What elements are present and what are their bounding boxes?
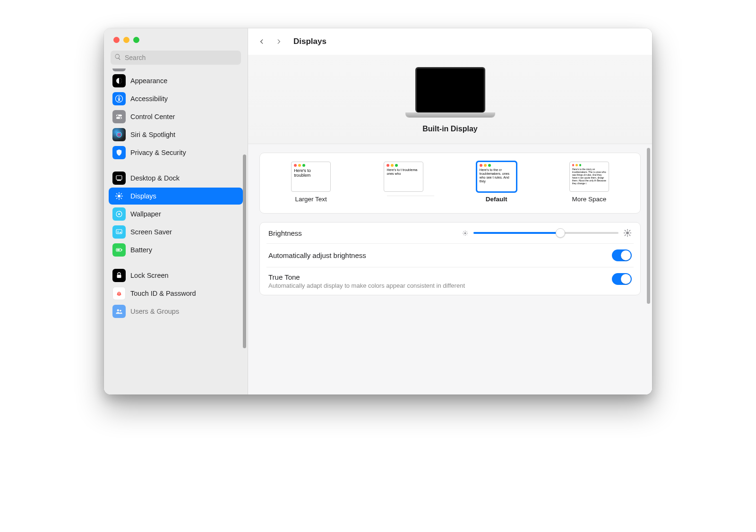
sidebar-list: Appearance Accessibility Control Center …	[104, 69, 248, 395]
main-scrollbar[interactable]	[647, 148, 650, 304]
sidebar-item-screen-saver[interactable]: Screen Saver	[109, 223, 243, 240]
resolution-thumb: Here's to troublem	[291, 162, 331, 192]
sidebar-item-privacy-security[interactable]: Privacy & Security	[109, 144, 243, 161]
search-icon	[114, 53, 124, 62]
resolution-option-default[interactable]: Here's to the cr troublemakers. ones who…	[466, 162, 527, 203]
svg-line-46	[625, 235, 626, 236]
sidebar-item-label: Siri & Spotlight	[130, 131, 175, 138]
privacy-icon	[112, 146, 126, 159]
svg-line-47	[629, 230, 630, 231]
svg-line-44	[625, 230, 626, 231]
siri-icon	[112, 128, 126, 141]
lock-screen-icon	[112, 269, 126, 282]
sidebar-item-label: Displays	[130, 192, 156, 200]
svg-point-6	[120, 117, 121, 119]
sidebar-item-battery[interactable]: Battery	[109, 241, 243, 258]
sidebar-item-label: Accessibility	[130, 95, 168, 103]
sidebar-item-siri-spotlight[interactable]: Siri & Spotlight	[109, 126, 243, 143]
resolution-thumb: Here's to the cr troublemakers. ones who…	[477, 162, 516, 192]
display-name: Built-in Display	[422, 125, 477, 133]
users-groups-icon	[112, 305, 126, 318]
sidebar-item-lock-screen[interactable]: Lock Screen	[109, 267, 243, 284]
laptop-graphic	[405, 67, 495, 117]
svg-rect-10	[117, 180, 121, 181]
sidebar-item-users-groups[interactable]: Users & Groups	[109, 303, 243, 320]
back-button[interactable]	[257, 36, 267, 47]
svg-line-38	[466, 231, 467, 232]
true-tone-description: Automatically adapt display to make colo…	[268, 282, 465, 289]
forward-button[interactable]	[274, 36, 284, 47]
close-window-button[interactable]	[113, 37, 120, 43]
svg-point-29	[120, 310, 121, 312]
svg-line-16	[116, 193, 117, 194]
svg-rect-27	[117, 275, 121, 278]
sidebar-item-label: Touch ID & Password	[130, 290, 196, 297]
appearance-icon	[112, 74, 126, 87]
desktop-dock-icon	[112, 172, 126, 185]
resolution-thumb: Here's to the crazy on troublemakers. Th…	[569, 162, 609, 192]
sidebar-item-desktop-dock[interactable]: Desktop & Dock	[109, 170, 243, 187]
page-title: Displays	[293, 37, 326, 46]
sidebar-item-label: Wallpaper	[130, 210, 161, 218]
sidebar-item-touch-id[interactable]: Touch ID & Password	[109, 285, 243, 302]
auto-brightness-toggle[interactable]	[612, 249, 632, 261]
sidebar-item-appearance[interactable]: Appearance	[109, 72, 243, 89]
svg-rect-26	[117, 249, 120, 251]
accessibility-icon	[112, 92, 126, 105]
auto-brightness-label: Automatically adjust brightness	[268, 251, 366, 259]
settings-scroll-area: Here's to troublem Larger Text Here's to…	[248, 144, 652, 395]
svg-point-39	[626, 232, 629, 234]
fullscreen-window-button[interactable]	[133, 37, 139, 43]
svg-rect-9	[116, 176, 122, 180]
main-header: Displays	[248, 28, 652, 55]
sidebar-item-label: Users & Groups	[130, 308, 179, 315]
svg-point-7	[117, 132, 122, 137]
sidebar-item-label: Screen Saver	[130, 228, 172, 236]
display-hero: Built-in Display	[248, 55, 652, 144]
brightness-slider[interactable]	[473, 228, 619, 238]
sidebar-item-label: Lock Screen	[130, 272, 169, 279]
svg-line-37	[464, 234, 464, 235]
sidebar-item-control-center[interactable]: Control Center	[109, 108, 243, 125]
resolution-option-mid[interactable]: Here's to t troublema ones who	[373, 162, 434, 206]
displays-icon	[112, 189, 126, 203]
screen-saver-icon	[112, 225, 126, 239]
sidebar-item-label: Privacy & Security	[130, 149, 186, 156]
sidebar-item-displays[interactable]: Displays	[109, 188, 243, 205]
true-tone-row: True Tone Automatically adapt display to…	[266, 267, 634, 295]
resolution-option-larger-text[interactable]: Here's to troublem Larger Text	[280, 162, 342, 203]
sidebar-item-label: Control Center	[130, 113, 175, 120]
sidebar-item-label: Appearance	[130, 77, 167, 85]
brightness-card: Brightness	[259, 222, 641, 295]
search-input[interactable]	[124, 53, 237, 62]
svg-line-18	[116, 198, 117, 199]
sun-low-icon	[462, 230, 469, 237]
svg-line-45	[629, 235, 630, 236]
main-content: Displays Built-in Display Here's to trou…	[248, 28, 652, 395]
svg-point-30	[464, 232, 466, 234]
resolution-option-more-space[interactable]: Here's to the crazy on troublemakers. Th…	[558, 162, 620, 203]
sidebar-item-label: Battery	[130, 246, 152, 254]
svg-line-35	[464, 231, 464, 232]
svg-rect-25	[121, 249, 122, 251]
wallpaper-icon	[112, 207, 126, 221]
svg-point-5	[117, 115, 119, 116]
search-field[interactable]	[111, 51, 241, 65]
svg-line-36	[466, 234, 467, 235]
svg-point-8	[118, 133, 120, 136]
resolution-label: More Space	[572, 196, 606, 203]
sidebar-scrollbar[interactable]	[243, 154, 246, 348]
control-center-icon	[112, 110, 126, 123]
sun-high-icon	[623, 229, 632, 237]
svg-point-11	[118, 195, 120, 197]
minimize-window-button[interactable]	[123, 37, 129, 43]
sidebar-item-wallpaper[interactable]: Wallpaper	[109, 206, 243, 223]
svg-point-23	[118, 231, 119, 232]
true-tone-toggle[interactable]	[612, 273, 632, 285]
system-settings-window: Appearance Accessibility Control Center …	[104, 28, 652, 395]
resolution-card: Here's to troublem Larger Text Here's to…	[259, 153, 641, 214]
sidebar-item-accessibility[interactable]: Accessibility	[109, 90, 243, 107]
battery-icon	[112, 243, 126, 257]
svg-line-17	[121, 198, 122, 199]
window-controls	[104, 28, 248, 43]
